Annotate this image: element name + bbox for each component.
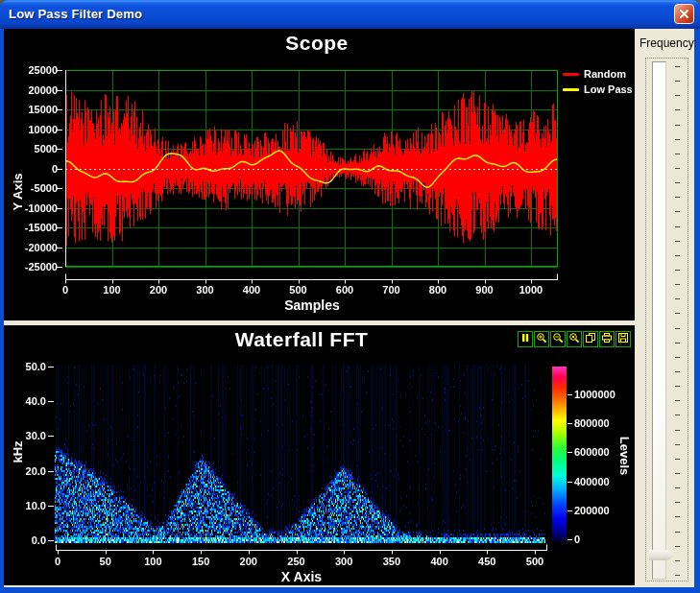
waterfall-x-tick-label: 400 — [419, 556, 461, 567]
scope-y-tick-label: -25000 — [8, 261, 58, 273]
scope-chart-panel: Scope Y Axis Samples RandomLow Pass 2500… — [4, 29, 635, 320]
waterfall-x-tick-label: 500 — [514, 556, 556, 567]
scope-y-tick-label: 5000 — [8, 143, 58, 154]
waterfall-y-tick-label: 0.0 — [10, 534, 46, 546]
waterfall-chart-panel: Waterfall FFT kHz X Axis Levels 50.040.0… — [4, 325, 635, 585]
legend-label: Low Pass — [584, 83, 633, 95]
copy-icon — [585, 332, 596, 346]
frequency-slider-tick — [675, 182, 680, 183]
scope-y-tick-label: 20000 — [8, 84, 58, 96]
colorbar — [552, 367, 567, 542]
pause-icon — [519, 332, 531, 346]
scope-x-axis-title: Samples — [4, 297, 620, 313]
waterfall-x-tick-label: 450 — [466, 556, 508, 567]
frequency-slider-tick — [675, 386, 680, 387]
frequency-slider[interactable] — [645, 58, 688, 581]
scope-legend: RandomLow Pass — [563, 66, 633, 97]
zoom-out-button[interactable] — [550, 331, 566, 347]
colorbar-title: Levels — [617, 437, 632, 475]
waterfall-x-tick-label: 0 — [36, 556, 79, 567]
colorbar-tick — [567, 394, 572, 395]
waterfall-y-tick-label: 40.0 — [10, 395, 46, 407]
waterfall-y-axis-title: kHz — [11, 440, 25, 463]
window-title: Low Pass Filter Demo — [9, 7, 142, 21]
close-button[interactable] — [674, 4, 694, 24]
colorbar-tick-label: 200000 — [574, 505, 610, 516]
scope-x-tick-label: 700 — [369, 284, 415, 296]
frequency-slider-tick — [675, 66, 680, 67]
colorbar-tick — [567, 423, 572, 424]
frequency-slider-tick — [675, 211, 680, 212]
frequency-slider-tick — [675, 532, 680, 533]
waterfall-x-tick-label: 100 — [132, 556, 174, 567]
scope-x-tick-label: 800 — [415, 284, 461, 296]
colorbar-tick-label: 1000000 — [574, 389, 616, 400]
waterfall-y-tick-label: 30.0 — [10, 430, 46, 441]
legend-item: Random — [563, 66, 633, 82]
scope-x-tick-label: 100 — [89, 284, 135, 296]
title-bar[interactable]: Low Pass Filter Demo — [0, 0, 700, 29]
waterfall-x-tick-label: 350 — [371, 556, 413, 567]
waterfall-x-tick-label: 200 — [228, 556, 270, 567]
print-button[interactable] — [599, 331, 615, 347]
frequency-slider-tick — [675, 328, 680, 329]
waterfall-plot-canvas — [4, 325, 635, 585]
frequency-slider-tick — [675, 168, 680, 169]
scope-x-tick-label: 900 — [462, 284, 508, 296]
frequency-slider-tick — [675, 343, 680, 344]
scope-x-tick-label: 400 — [229, 284, 275, 296]
app-window: Low Pass Filter Demo Scope Y Axis Sample… — [0, 0, 700, 593]
legend-swatch — [563, 73, 579, 76]
frequency-slider-tick — [675, 139, 680, 140]
pause-button[interactable] — [518, 331, 533, 347]
scope-y-tick-label: 25000 — [8, 64, 58, 76]
frequency-slider-tick — [675, 241, 680, 242]
client-area: Scope Y Axis Samples RandomLow Pass 2500… — [4, 29, 635, 587]
copy-button[interactable] — [583, 331, 598, 347]
frequency-slider-tick — [675, 371, 680, 372]
frequency-slider-tick — [675, 400, 680, 401]
frequency-slider-thumb[interactable] — [649, 550, 675, 560]
colorbar-tick-label: 600000 — [574, 446, 610, 458]
scope-y-tick-label: 0 — [8, 163, 58, 175]
colorbar-tick-label: 0 — [574, 534, 580, 545]
scope-x-tick-label: 500 — [276, 284, 322, 296]
frequency-slider-tick — [675, 197, 680, 198]
scope-plot-canvas — [4, 29, 635, 320]
frequency-panel: Frequency: — [635, 29, 694, 587]
waterfall-x-tick-label: 250 — [276, 556, 318, 567]
waterfall-toolbar — [517, 331, 631, 347]
frequency-slider-tick — [675, 502, 680, 503]
frequency-slider-tick — [675, 415, 680, 415]
frequency-slider-tick — [675, 473, 680, 474]
waterfall-y-tick-label: 50.0 — [10, 361, 46, 372]
legend-label: Random — [584, 68, 626, 80]
waterfall-x-axis-title: X Axis — [4, 569, 599, 584]
frequency-slider-tick — [675, 270, 680, 271]
colorbar-tick — [567, 482, 572, 483]
waterfall-y-tick-label: 20.0 — [10, 465, 46, 477]
scope-y-tick-label: 15000 — [8, 104, 58, 115]
waterfall-x-tick-label: 50 — [84, 556, 127, 567]
scope-y-tick-label: -20000 — [8, 242, 58, 253]
frequency-slider-tick — [675, 255, 680, 256]
colorbar-tick — [567, 539, 572, 540]
frequency-slider-tick — [675, 313, 680, 314]
zoom-out-icon — [552, 332, 564, 346]
zoom-in-button[interactable] — [534, 331, 549, 347]
frequency-slider-tick — [675, 444, 680, 445]
frequency-slider-tick — [675, 298, 680, 299]
zoom-reset-button[interactable] — [567, 331, 582, 347]
frequency-slider-tick — [675, 575, 680, 576]
save-button[interactable] — [616, 331, 631, 347]
frequency-slider-tick — [675, 487, 680, 488]
frequency-slider-track[interactable] — [652, 61, 666, 580]
scope-y-tick-label: -15000 — [8, 222, 58, 233]
legend-item: Low Pass — [563, 82, 633, 97]
scope-x-tick-label: 600 — [322, 284, 368, 296]
print-icon — [601, 332, 613, 346]
scope-x-tick-label: 0 — [42, 284, 88, 296]
close-icon — [679, 6, 689, 23]
frequency-slider-tick — [675, 95, 680, 96]
frequency-slider-tick — [675, 560, 680, 561]
